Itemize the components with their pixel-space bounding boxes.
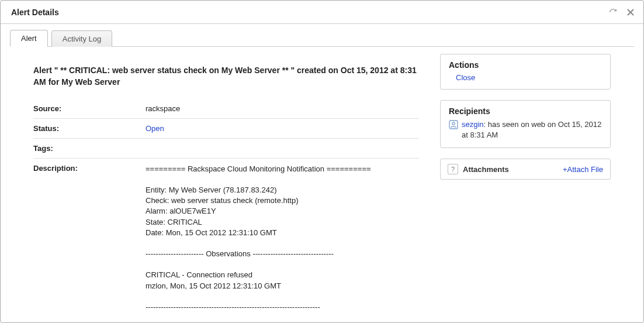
close-icon[interactable] (625, 6, 636, 18)
panel-title: Attachments (463, 165, 563, 174)
recipient-text: sezgin: has seen on web on Oct 15, 2012 … (462, 119, 602, 140)
field-description: Description: ========= Rackspace Cloud M… (33, 159, 419, 318)
attachments-panel: ? Attachments +Attach File (440, 159, 611, 180)
field-label: Tags: (33, 144, 146, 153)
tab-bar: Alert Activity Log (10, 29, 634, 47)
panel-title: Actions (449, 60, 602, 70)
side-panels: Actions Close Recipients sezgin: has see… (440, 54, 611, 318)
field-value: Open (146, 124, 419, 133)
status-link[interactable]: Open (146, 124, 164, 133)
field-label: Description: (33, 164, 146, 173)
field-value: rackspace (146, 104, 419, 113)
actions-panel: Actions Close (440, 54, 611, 90)
field-status: Status: Open (33, 119, 419, 139)
recipient-name[interactable]: sezgin (462, 120, 484, 129)
panel-title: Recipients (449, 106, 602, 116)
alert-details: Alert " ** CRITICAL: web server status c… (33, 64, 419, 318)
tab-label: Activity Log (63, 35, 101, 43)
titlebar: Alert Details (1, 1, 643, 24)
help-icon[interactable]: ? (448, 164, 458, 174)
recipients-panel: Recipients sezgin: has seen on web on Oc… (440, 100, 611, 148)
recipient-item: sezgin: has seen on web on Oct 15, 2012 … (449, 119, 602, 140)
tab-label: Alert (21, 34, 37, 43)
window-title: Alert Details (11, 8, 601, 17)
field-label: Status: (33, 124, 146, 133)
refresh-icon[interactable] (607, 6, 619, 18)
description-text: ========= Rackspace Cloud Monitoring Not… (146, 164, 419, 313)
attach-file-link[interactable]: +Attach File (563, 165, 603, 174)
tab-activity-log[interactable]: Activity Log (51, 30, 112, 47)
field-tags: Tags: (33, 139, 419, 159)
user-icon (449, 120, 458, 129)
close-action[interactable]: Close (456, 73, 475, 82)
content-area: Alert " ** CRITICAL: web server status c… (1, 47, 643, 318)
alert-headline: Alert " ** CRITICAL: web server status c… (33, 64, 419, 88)
field-value (146, 144, 419, 153)
tab-alert[interactable]: Alert (10, 30, 48, 47)
field-label: Source: (33, 104, 146, 113)
svg-point-3 (452, 122, 455, 125)
field-source: Source: rackspace (33, 99, 419, 119)
